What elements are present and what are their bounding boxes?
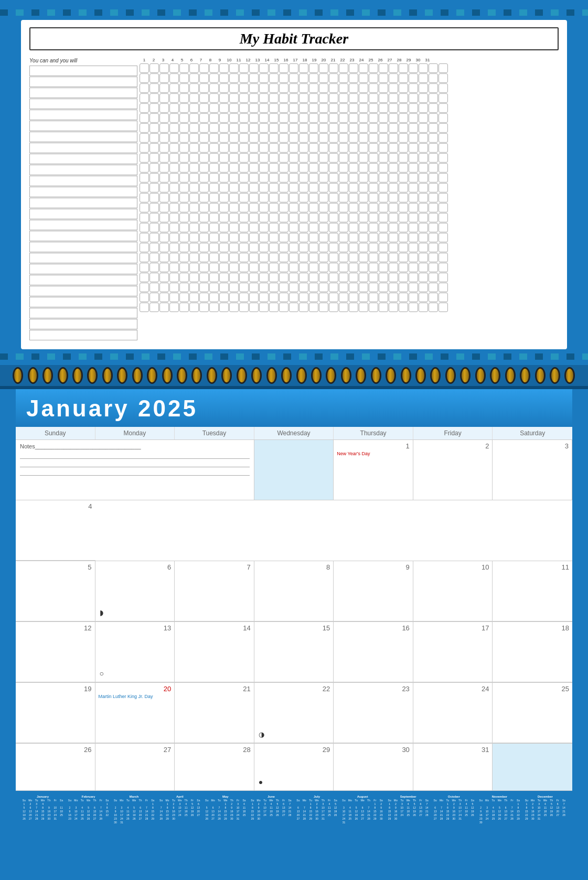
checkbox-7-17[interactable]: [299, 123, 308, 133]
checkbox-23-29[interactable]: [419, 283, 428, 292]
checkbox-10-4[interactable]: [169, 153, 179, 163]
checkbox-23-31[interactable]: [439, 283, 448, 292]
checkbox-23-16[interactable]: [289, 283, 298, 292]
checkbox-10-10[interactable]: [229, 153, 239, 163]
checkbox-3-12[interactable]: [249, 83, 259, 93]
checkbox-4-3[interactable]: [159, 93, 169, 103]
checkbox-15-6[interactable]: [189, 203, 199, 212]
checkbox-23-15[interactable]: [279, 283, 288, 292]
checkbox-13-24[interactable]: [369, 183, 378, 192]
checkbox-24-18[interactable]: [309, 293, 318, 302]
checkbox-5-14[interactable]: [269, 103, 279, 113]
checkbox-18-8[interactable]: [209, 233, 219, 242]
checkbox-13-22[interactable]: [349, 183, 358, 192]
checkbox-14-28[interactable]: [409, 193, 418, 202]
checkbox-23-21[interactable]: [339, 283, 348, 292]
checkbox-19-3[interactable]: [159, 243, 169, 252]
checkbox-24-31[interactable]: [439, 293, 448, 302]
checkbox-6-16[interactable]: [289, 113, 298, 123]
checkbox-7-4[interactable]: [169, 123, 179, 133]
checkbox-5-2[interactable]: [149, 103, 159, 113]
checkbox-2-31[interactable]: [439, 73, 448, 83]
checkbox-11-20[interactable]: [329, 163, 338, 173]
checkbox-1-27[interactable]: [399, 63, 408, 73]
checkbox-23-8[interactable]: [209, 283, 219, 292]
checkbox-12-4[interactable]: [169, 173, 179, 183]
checkbox-8-13[interactable]: [259, 133, 269, 143]
checkbox-6-31[interactable]: [439, 113, 448, 123]
checkbox-1-8[interactable]: [209, 63, 219, 73]
checkbox-8-29[interactable]: [419, 133, 428, 143]
checkbox-14-1[interactable]: [140, 193, 149, 202]
checkbox-21-1[interactable]: [140, 263, 149, 272]
checkbox-16-17[interactable]: [299, 213, 308, 222]
checkbox-3-6[interactable]: [189, 83, 199, 93]
checkbox-7-10[interactable]: [229, 123, 239, 133]
checkbox-15-2[interactable]: [149, 203, 159, 212]
checkbox-25-3[interactable]: [159, 303, 169, 312]
checkbox-15-9[interactable]: [219, 203, 229, 212]
checkbox-11-26[interactable]: [389, 163, 398, 173]
checkbox-25-26[interactable]: [389, 303, 398, 312]
checkbox-8-8[interactable]: [209, 133, 219, 143]
checkbox-16-4[interactable]: [169, 213, 179, 222]
checkbox-5-9[interactable]: [219, 103, 229, 113]
checkbox-20-14[interactable]: [269, 253, 279, 262]
checkbox-24-16[interactable]: [289, 293, 298, 302]
checkbox-25-20[interactable]: [329, 303, 338, 312]
checkbox-5-11[interactable]: [239, 103, 249, 113]
checkbox-4-4[interactable]: [169, 93, 179, 103]
checkbox-7-1[interactable]: [140, 123, 149, 133]
checkbox-11-12[interactable]: [249, 163, 259, 173]
checkbox-22-23[interactable]: [359, 273, 368, 282]
checkbox-24-27[interactable]: [399, 293, 408, 302]
checkbox-17-27[interactable]: [399, 223, 408, 232]
checkbox-6-6[interactable]: [189, 113, 199, 123]
habit-label-12[interactable]: [29, 187, 137, 197]
checkbox-21-20[interactable]: [329, 263, 338, 272]
checkbox-25-19[interactable]: [319, 303, 328, 312]
checkbox-15-28[interactable]: [409, 203, 418, 212]
checkbox-18-2[interactable]: [149, 233, 159, 242]
habit-label-16[interactable]: [29, 231, 137, 241]
checkbox-2-9[interactable]: [219, 73, 229, 83]
checkbox-12-5[interactable]: [179, 173, 189, 183]
checkbox-18-6[interactable]: [189, 233, 199, 242]
checkbox-9-30[interactable]: [429, 143, 438, 153]
checkbox-21-7[interactable]: [199, 263, 209, 272]
checkbox-25-11[interactable]: [239, 303, 249, 312]
checkbox-13-12[interactable]: [249, 183, 259, 192]
checkbox-2-17[interactable]: [299, 73, 308, 83]
checkbox-13-20[interactable]: [329, 183, 338, 192]
checkbox-15-16[interactable]: [289, 203, 298, 212]
checkbox-24-10[interactable]: [229, 293, 239, 302]
checkbox-4-26[interactable]: [389, 93, 398, 103]
checkbox-20-2[interactable]: [149, 253, 159, 262]
checkbox-17-25[interactable]: [379, 223, 388, 232]
checkbox-13-8[interactable]: [209, 183, 219, 192]
checkbox-9-9[interactable]: [219, 143, 229, 153]
checkbox-22-5[interactable]: [179, 273, 189, 282]
checkbox-19-13[interactable]: [259, 243, 269, 252]
checkbox-14-15[interactable]: [279, 193, 288, 202]
checkbox-5-23[interactable]: [359, 103, 368, 113]
checkbox-3-10[interactable]: [229, 83, 239, 93]
checkbox-12-3[interactable]: [159, 173, 169, 183]
checkbox-8-20[interactable]: [329, 133, 338, 143]
checkbox-4-14[interactable]: [269, 93, 279, 103]
checkbox-6-10[interactable]: [229, 113, 239, 123]
checkbox-24-8[interactable]: [209, 293, 219, 302]
checkbox-10-1[interactable]: [140, 153, 149, 163]
checkbox-4-13[interactable]: [259, 93, 269, 103]
checkbox-10-3[interactable]: [159, 153, 169, 163]
checkbox-5-10[interactable]: [229, 103, 239, 113]
checkbox-5-19[interactable]: [319, 103, 328, 113]
checkbox-22-16[interactable]: [289, 273, 298, 282]
checkbox-14-17[interactable]: [299, 193, 308, 202]
checkbox-3-22[interactable]: [349, 83, 358, 93]
checkbox-5-25[interactable]: [379, 103, 388, 113]
checkbox-3-13[interactable]: [259, 83, 269, 93]
checkbox-21-14[interactable]: [269, 263, 279, 272]
checkbox-11-5[interactable]: [179, 163, 189, 173]
checkbox-10-30[interactable]: [429, 153, 438, 163]
